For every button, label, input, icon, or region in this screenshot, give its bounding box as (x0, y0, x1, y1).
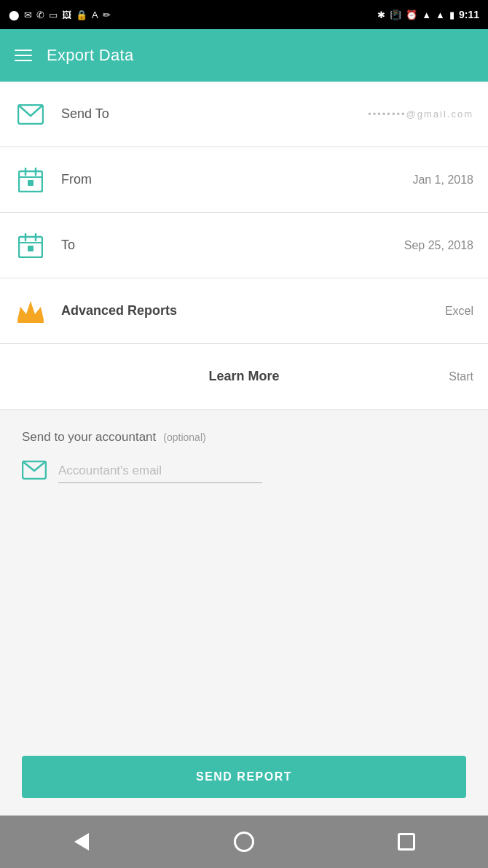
font-icon: A (92, 9, 98, 20)
screen-icon: ▭ (49, 9, 58, 20)
bluetooth-icon: ✱ (377, 9, 385, 20)
content-area: Send To ••••••••@gmail.com From Jan 1, 2… (0, 82, 488, 816)
send-report-button[interactable]: SEND REPORT (22, 756, 466, 798)
back-button[interactable] (63, 824, 100, 860)
email-icon (15, 98, 47, 130)
from-label: From (61, 172, 398, 187)
bottom-nav-bar (0, 816, 488, 868)
accountant-title: Send to your accountant (22, 430, 156, 445)
advanced-reports-row[interactable]: Advanced Reports Excel (0, 278, 488, 344)
learn-more-label: Learn More (208, 369, 279, 384)
call-icon: ✆ (36, 9, 44, 20)
status-time: 9:11 (459, 9, 479, 20)
accountant-email-icon (22, 461, 47, 482)
advanced-reports-label: Advanced Reports (61, 303, 430, 318)
svg-rect-10 (28, 246, 34, 251)
status-bar: ⬤ ✉ ✆ ▭ 🖼 🔒 A ✏ ✱ 📳 ⏰ ▲ ▲ ▮ 9:11 (0, 0, 488, 29)
send-to-value: ••••••••@gmail.com (368, 109, 473, 120)
send-button-container: SEND REPORT (0, 738, 488, 816)
to-calendar-icon (15, 230, 47, 262)
from-calendar-icon (15, 164, 47, 196)
to-label: To (61, 238, 390, 253)
app-bar-title: Export Data (47, 46, 133, 65)
learn-more-row[interactable]: Learn More Start (0, 344, 488, 410)
battery-icon: ▮ (449, 9, 454, 20)
advanced-reports-value: Excel (445, 305, 473, 318)
mail-status-icon: ✉ (24, 9, 32, 20)
accountant-title-row: Send to your accountant (optional) (22, 430, 466, 445)
circle-icon: ⬤ (9, 9, 20, 20)
status-bar-left: ⬤ ✉ ✆ ▭ 🖼 🔒 A ✏ (9, 9, 111, 20)
wifi-icon: ▲ (422, 9, 431, 20)
from-date-row[interactable]: From Jan 1, 2018 (0, 147, 488, 213)
svg-rect-5 (28, 180, 34, 186)
vibrate-icon: 📳 (390, 9, 401, 20)
accountant-section: Send to your accountant (optional) (0, 410, 488, 738)
learn-more-value: Start (449, 370, 473, 383)
to-value: Sep 25, 2018 (404, 239, 473, 252)
alarm-icon: ⏰ (406, 9, 417, 20)
accountant-input-row (22, 459, 466, 483)
image-icon: 🖼 (62, 9, 71, 20)
from-value: Jan 1, 2018 (412, 173, 473, 187)
pen-icon: ✏ (103, 9, 111, 20)
svg-rect-12 (17, 320, 44, 323)
recent-apps-icon (398, 833, 415, 851)
status-bar-right: ✱ 📳 ⏰ ▲ ▲ ▮ 9:11 (377, 9, 479, 20)
home-button[interactable] (226, 824, 262, 860)
back-arrow-icon (74, 833, 89, 851)
send-to-label: Send To (61, 106, 353, 122)
send-to-row[interactable]: Send To ••••••••@gmail.com (0, 82, 488, 147)
svg-marker-11 (17, 301, 44, 320)
signal-icon: ▲ (436, 9, 445, 20)
accountant-optional: (optional) (163, 431, 205, 443)
menu-button[interactable] (15, 50, 32, 61)
to-date-row[interactable]: To Sep 25, 2018 (0, 213, 488, 278)
app-bar: Export Data (0, 29, 488, 82)
lock-icon: 🔒 (76, 9, 87, 20)
home-circle-icon (234, 832, 254, 852)
accountant-email-input[interactable] (58, 459, 262, 483)
recent-apps-button[interactable] (388, 824, 425, 860)
crown-icon (15, 295, 47, 327)
